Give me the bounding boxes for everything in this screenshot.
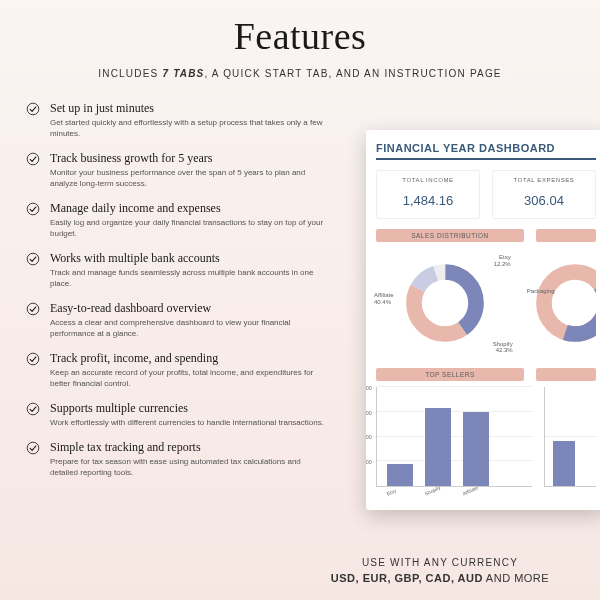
- list-item: Track business growth for 5 years Monito…: [26, 151, 336, 190]
- feature-desc: Prepare for tax season with ease using a…: [50, 457, 330, 479]
- check-icon: [26, 202, 42, 216]
- list-item: Works with multiple bank accounts Track …: [26, 251, 336, 290]
- feature-desc: Monitor your business performance over t…: [50, 168, 330, 190]
- feature-desc: Easily log and organize your daily finan…: [50, 218, 330, 240]
- page-title: Features: [0, 0, 600, 58]
- svg-point-0: [27, 103, 39, 115]
- dashboard-preview: FINANCIAL YEAR DASHBOARD TOTAL INCOME 1,…: [366, 130, 600, 510]
- feature-desc: Work effortlessly with different currenc…: [50, 418, 330, 429]
- dashboard-title: FINANCIAL YEAR DASHBOARD: [376, 142, 596, 160]
- check-icon: [26, 252, 42, 266]
- right-bar-chart: 200.00 150.00: [544, 387, 597, 487]
- list-item: Supports multiple currencies Work effort…: [26, 401, 336, 429]
- page-subtitle: INCLUDES 7 TABS, A QUICK START TAB, AND …: [0, 68, 600, 79]
- feature-title: Supports multiple currencies: [50, 401, 336, 415]
- sales-donut-chart: Affiliate 40.4% Etsy 12.2% Shopify 42.3%: [376, 248, 515, 358]
- list-item: Manage daily income and expenses Easily …: [26, 201, 336, 240]
- feature-title: Set up in just minutes: [50, 101, 336, 115]
- svg-point-7: [27, 442, 39, 454]
- check-icon: [26, 352, 42, 366]
- check-icon: [26, 152, 42, 166]
- feature-title: Works with multiple bank accounts: [50, 251, 336, 265]
- feature-list: Set up in just minutes Get started quick…: [26, 101, 336, 490]
- feature-title: Simple tax tracking and reports: [50, 440, 336, 454]
- right-donut-chart: Packaging: [527, 248, 596, 358]
- feature-desc: Access a clear and comprehensive dashboa…: [50, 318, 330, 340]
- svg-point-3: [27, 253, 39, 265]
- check-icon: [26, 441, 42, 455]
- top-sellers-bar-chart: 800.00 600.00 400.00 200.00 Etsy Shopify…: [376, 387, 532, 487]
- check-icon: [26, 302, 42, 316]
- feature-title: Track profit, income, and spending: [50, 351, 336, 365]
- check-icon: [26, 402, 42, 416]
- svg-point-5: [27, 353, 39, 365]
- metric-income: TOTAL INCOME 1,484.16: [376, 170, 480, 219]
- feature-title: Track business growth for 5 years: [50, 151, 336, 165]
- list-item: Set up in just minutes Get started quick…: [26, 101, 336, 140]
- svg-point-2: [27, 203, 39, 215]
- feature-desc: Get started quickly and effortlessly wit…: [50, 118, 330, 140]
- list-item: Simple tax tracking and reports Prepare …: [26, 440, 336, 479]
- svg-point-4: [27, 303, 39, 315]
- currency-footer: USE WITH ANY CURRENCY USD, EUR, GBP, CAD…: [310, 557, 570, 584]
- feature-desc: Keep an accurate record of your profits,…: [50, 368, 330, 390]
- feature-desc: Track and manage funds seamlessly across…: [50, 268, 330, 290]
- metric-expenses: TOTAL EXPENSES 306.04: [492, 170, 596, 219]
- svg-point-6: [27, 403, 39, 415]
- list-item: Easy-to-read dashboard overview Access a…: [26, 301, 336, 340]
- top-sellers-header: TOP SELLERS: [376, 368, 524, 381]
- feature-title: Manage daily income and expenses: [50, 201, 336, 215]
- svg-point-1: [27, 153, 39, 165]
- list-item: Track profit, income, and spending Keep …: [26, 351, 336, 390]
- check-icon: [26, 102, 42, 116]
- sales-distribution-header: SALES DISTRIBUTION: [376, 229, 524, 242]
- feature-title: Easy-to-read dashboard overview: [50, 301, 336, 315]
